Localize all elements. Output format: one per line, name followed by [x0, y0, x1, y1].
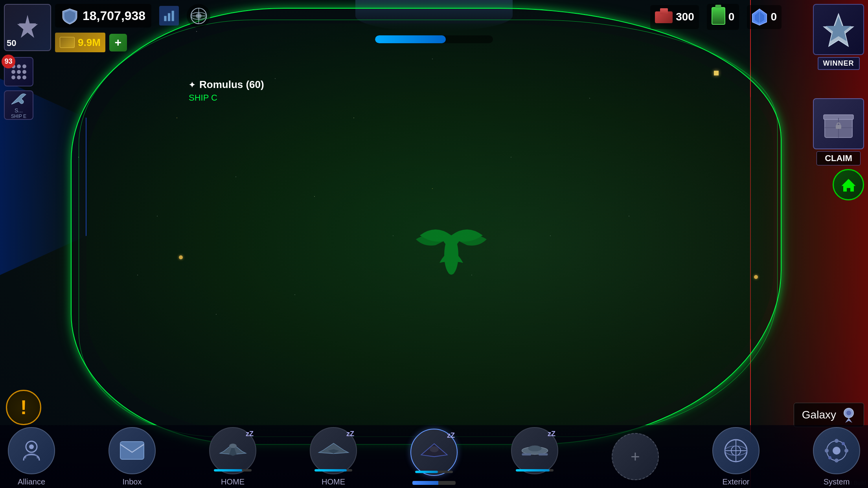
- svg-point-25: [528, 446, 541, 451]
- crate-icon: [821, 108, 856, 139]
- nav-ship3[interactable]: zZ: [410, 429, 458, 485]
- star-dot-1: [714, 71, 719, 75]
- system-icon: [823, 437, 850, 464]
- svg-point-23: [430, 446, 439, 452]
- alliance-icon-circle: [8, 427, 55, 474]
- location-label[interactable]: Galaxy: [794, 403, 864, 427]
- ship2-zzz: zZ: [346, 430, 354, 438]
- star-dot-2: [179, 255, 183, 259]
- green-resource: 0: [707, 4, 739, 30]
- green-resource-value: 0: [728, 11, 735, 23]
- winner-badge[interactable]: WINNER: [813, 4, 864, 70]
- svg-rect-3: [171, 11, 174, 21]
- ship1-label: HOME: [221, 477, 245, 486]
- alert-button[interactable]: !: [6, 390, 41, 425]
- notification-count: 93: [2, 55, 15, 68]
- wrench-icon: [8, 91, 29, 106]
- inbox-label: Inbox: [123, 477, 142, 486]
- player-badge[interactable]: 50: [4, 4, 51, 51]
- progress-bar: [375, 35, 493, 43]
- blue-resource-icon: [752, 8, 767, 26]
- ship3-zzz: zZ: [447, 431, 455, 440]
- ship1-health-bar: [214, 469, 252, 471]
- romulan-logo: [412, 204, 491, 284]
- ship2-silhouette: [317, 440, 350, 461]
- ship3-health-fill: [415, 471, 438, 473]
- ship4-zzz: zZ: [548, 430, 555, 438]
- svg-rect-2: [168, 13, 170, 21]
- nav-ship1[interactable]: zZ HOME: [209, 427, 256, 486]
- ship-repair-panel[interactable]: S... SHIP E: [4, 90, 33, 120]
- exterior-icon: [722, 437, 750, 464]
- ship-label: SHIP C: [189, 93, 264, 103]
- ship2-health-fill: [314, 469, 347, 471]
- winner-startrek-logo: [823, 12, 854, 47]
- nav-inbox[interactable]: Inbox: [108, 427, 156, 486]
- gold-credits: 9.9M: [55, 33, 105, 52]
- nav-exterior[interactable]: Exterior: [712, 427, 760, 486]
- progress-area: [375, 35, 493, 43]
- ship3-extra-fill: [412, 481, 438, 485]
- system-name: Romulus (60): [199, 79, 264, 91]
- gold-icon: [60, 37, 75, 48]
- ship1-silhouette: [216, 440, 250, 461]
- rank-bar: 18,707,938: [55, 4, 151, 28]
- ship1-zzz: zZ: [246, 430, 254, 438]
- svg-rect-1: [164, 16, 166, 21]
- gold-value: 9.9M: [78, 37, 101, 49]
- rank-chart-button[interactable]: [159, 6, 179, 26]
- svg-point-37: [835, 439, 839, 443]
- resources-top: 300 0 0: [650, 4, 782, 30]
- romulus-system: ✦ Romulus (60): [189, 79, 264, 91]
- exterior-icon-circle: [712, 427, 760, 474]
- exterior-label: Exterior: [723, 477, 750, 486]
- system-icon-circle: [813, 427, 860, 474]
- alliance-icon: [18, 437, 45, 464]
- ship3-health-bar: [415, 471, 453, 473]
- svg-point-22: [229, 444, 237, 448]
- winner-label: WINNER: [818, 57, 860, 70]
- ship3-extra-bar: [412, 481, 456, 485]
- system-label: System: [824, 477, 850, 486]
- star-dot-3: [754, 275, 758, 279]
- chart-icon: [162, 9, 176, 23]
- winner-emblem: [813, 4, 864, 55]
- add-ship-slot: +: [612, 433, 659, 480]
- red-resource-value: 300: [676, 11, 694, 23]
- alliance-symbol[interactable]: [187, 4, 210, 28]
- rank-value: 18,707,938: [83, 9, 145, 23]
- svg-point-40: [828, 456, 831, 459]
- alliance-label: Alliance: [18, 477, 45, 486]
- red-resource-icon: [655, 8, 673, 26]
- ship4-health-bar: [516, 469, 554, 471]
- left-panel: 93 S... SHIP E: [4, 57, 33, 120]
- ship1-slot: zZ: [209, 427, 256, 474]
- home-button[interactable]: [833, 169, 864, 200]
- progress-fill: [375, 35, 446, 43]
- nav-system[interactable]: System: [813, 427, 860, 486]
- ship4-label: —: [531, 477, 539, 486]
- ship3-slot: zZ: [410, 429, 458, 476]
- notification-badge[interactable]: 93: [4, 57, 33, 86]
- federation-symbol: [190, 7, 208, 25]
- ship2-health-bar: [314, 469, 352, 471]
- inbox-icon-circle: [108, 427, 156, 474]
- nav-ship4[interactable]: zZ —: [511, 427, 558, 486]
- nav-ship2[interactable]: zZ HOME: [310, 427, 357, 486]
- ship2-slot: zZ: [310, 427, 357, 474]
- svg-point-38: [835, 459, 839, 462]
- ship4-health-fill: [516, 469, 550, 471]
- blue-resource-value: 0: [771, 11, 777, 23]
- red-resource: 300: [650, 5, 699, 29]
- svg-rect-27: [522, 453, 531, 456]
- add-ship-icon: +: [631, 448, 640, 466]
- add-gold-button[interactable]: +: [109, 34, 127, 51]
- location-name: Galaxy: [802, 409, 836, 421]
- galaxy-map: ✦ Romulus (60) SHIP C: [0, 0, 868, 488]
- ship4-silhouette: [518, 440, 552, 461]
- nav-add-ship[interactable]: +: [612, 433, 659, 480]
- nav-alliance[interactable]: Alliance: [8, 427, 55, 486]
- alliance-rank-icon: [61, 7, 79, 25]
- claim-button[interactable]: CLAIM: [813, 98, 864, 165]
- inbox-icon: [118, 440, 146, 461]
